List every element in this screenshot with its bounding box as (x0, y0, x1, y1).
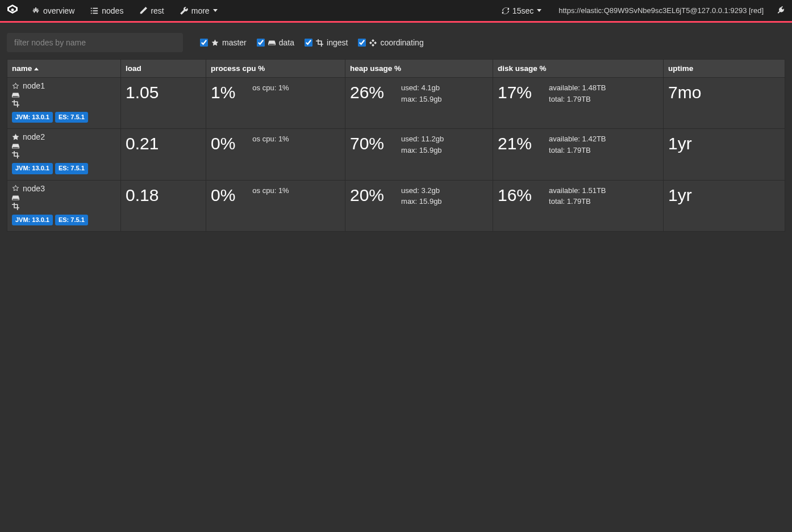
filter-coordinating-label: coordinating (380, 38, 423, 47)
table-row: node3JVM: 13.0.1ES: 7.5.10.180%os cpu: 1… (7, 180, 785, 231)
disk-total: total: 1.79TB (549, 145, 606, 156)
refresh-rate-label: 15sec (512, 6, 533, 15)
refresh-icon (501, 7, 509, 15)
jvm-badge: JVM: 13.0.1 (12, 112, 53, 123)
sort-asc-icon (34, 68, 39, 70)
hdd-icon (12, 194, 116, 202)
node-name-link[interactable]: node1 (23, 81, 45, 90)
col-header-cpu[interactable]: process cpu % (206, 60, 345, 78)
load-value: 0.18 (126, 184, 201, 206)
navbar: overview nodes rest more 15sec https://e… (0, 0, 792, 23)
filter-bar: master data ingest coordinating (0, 23, 792, 59)
disk-available: available: 1.42TB (549, 133, 606, 145)
node-name-link[interactable]: node3 (23, 184, 45, 193)
heap-max: max: 15.9gb (401, 196, 442, 207)
os-cpu-value: os cpu: 1% (252, 184, 289, 196)
filter-ingest-label: ingest (327, 38, 348, 47)
disk-value: 21% (498, 132, 532, 154)
heap-value: 70% (350, 132, 384, 154)
heap-value: 20% (350, 184, 384, 206)
node-name-link[interactable]: node2 (23, 132, 45, 141)
heap-max: max: 15.9gb (401, 94, 442, 105)
col-header-load[interactable]: load (121, 60, 206, 78)
sitemap-icon (32, 7, 40, 15)
list-icon (90, 7, 98, 15)
host-url: https://elastic:Q89W9SvNbe9sc3EL6jT5@127… (558, 6, 764, 15)
heap-used: used: 4.1gb (401, 82, 442, 94)
nav-rest[interactable]: rest (131, 0, 172, 22)
uptime-value: 1yr (668, 184, 780, 206)
crop-icon (316, 39, 323, 47)
edit-icon (139, 7, 147, 15)
col-header-uptime[interactable]: uptime (664, 60, 785, 78)
hdd-icon (268, 39, 276, 47)
nodes-table: name load process cpu % heap usage % dis… (7, 59, 785, 232)
hdd-icon (12, 143, 116, 150)
cpu-value: 0% (211, 184, 235, 206)
table-row: node2JVM: 13.0.1ES: 7.5.10.210%os cpu: 1… (7, 129, 785, 180)
nav-rest-label: rest (151, 6, 164, 15)
disk-available: available: 1.51TB (549, 185, 606, 196)
load-value: 0.21 (126, 132, 201, 154)
os-cpu-value: os cpu: 1% (252, 132, 289, 145)
filter-master-label: master (222, 38, 247, 47)
refresh-rate-dropdown[interactable]: 15sec (494, 6, 548, 15)
col-header-name[interactable]: name (7, 60, 121, 78)
filter-nodes-input[interactable] (7, 33, 183, 52)
heap-used: used: 11.2gb (401, 133, 444, 145)
crop-icon (12, 151, 116, 158)
disk-total: total: 1.79TB (549, 94, 606, 105)
load-value: 1.05 (126, 81, 201, 103)
filter-master-checkbox[interactable]: master (200, 38, 247, 47)
chevron-down-icon (537, 9, 541, 12)
filter-ingest-checkbox[interactable]: ingest (305, 38, 348, 47)
heap-used: used: 3.2gb (401, 185, 442, 196)
col-header-heap[interactable]: heap usage % (345, 60, 493, 78)
nav-nodes-label: nodes (102, 6, 123, 15)
brand-logo[interactable] (6, 4, 19, 18)
filter-data-checkbox[interactable]: data (257, 38, 294, 47)
disk-total: total: 1.79TB (549, 196, 606, 207)
cpu-value: 1% (211, 81, 235, 103)
disk-value: 17% (498, 81, 532, 103)
table-row: node1JVM: 13.0.1ES: 7.5.11.051%os cpu: 1… (7, 78, 785, 129)
os-cpu-value: os cpu: 1% (252, 81, 289, 94)
nav-more-label: more (191, 6, 210, 15)
heap-value: 26% (350, 81, 384, 103)
star-outline-icon (12, 185, 19, 192)
disk-available: available: 1.48TB (549, 82, 606, 94)
uptime-value: 1yr (668, 132, 780, 154)
uptime-value: 7mo (668, 81, 780, 103)
coord-icon (369, 39, 377, 47)
crop-icon (12, 100, 116, 107)
star-icon (211, 39, 219, 47)
es-badge: ES: 7.5.1 (55, 163, 88, 174)
cpu-value: 0% (211, 132, 235, 154)
jvm-badge: JVM: 13.0.1 (12, 215, 53, 225)
nav-overview-label: overview (43, 6, 74, 15)
nav-more[interactable]: more (172, 0, 226, 22)
wrench-icon (180, 7, 188, 15)
hdd-icon (12, 91, 116, 99)
filter-coordinating-checkbox[interactable]: coordinating (358, 38, 423, 47)
crop-icon (12, 203, 116, 210)
heap-max: max: 15.9gb (401, 145, 444, 156)
es-badge: ES: 7.5.1 (55, 112, 88, 123)
nav-nodes[interactable]: nodes (82, 0, 131, 22)
star-icon (12, 133, 19, 141)
jvm-badge: JVM: 13.0.1 (12, 163, 53, 174)
chevron-down-icon (213, 9, 218, 12)
plug-icon (776, 6, 784, 14)
col-header-disk[interactable]: disk usage % (493, 60, 664, 78)
filter-data-label: data (279, 38, 294, 47)
disk-value: 16% (498, 184, 532, 206)
connect-button[interactable] (774, 6, 786, 15)
star-outline-icon (12, 82, 19, 90)
nav-overview[interactable]: overview (24, 0, 82, 22)
svg-point-0 (11, 9, 14, 11)
es-badge: ES: 7.5.1 (55, 215, 88, 225)
